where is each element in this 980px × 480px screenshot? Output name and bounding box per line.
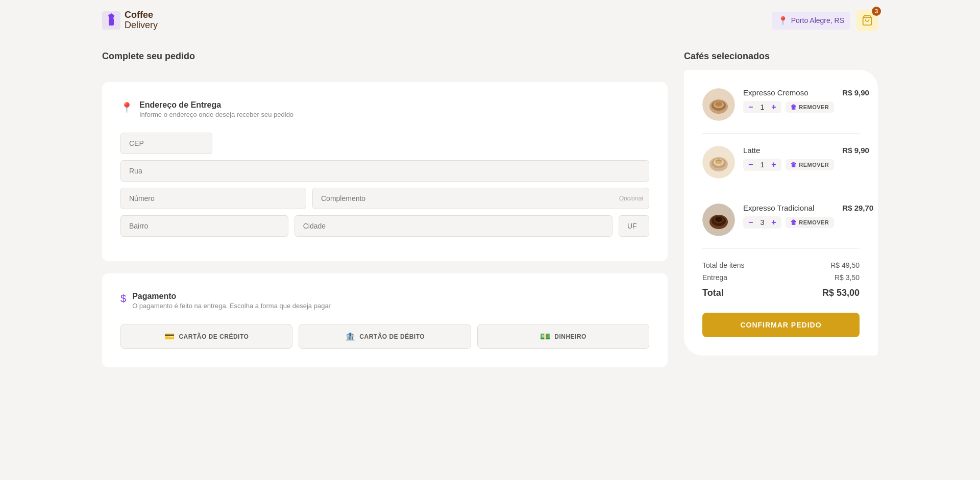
complemento-wrap: Opcional (312, 188, 649, 209)
total-value: R$ 53,00 (822, 288, 860, 298)
logo-icon (102, 11, 120, 30)
left-column: Complete seu pedido 📍 Endereço de Entreg… (102, 51, 668, 367)
coffee-name-3: Expresso Tradicional (743, 204, 834, 212)
svg-rect-1 (109, 18, 114, 26)
payment-title: Pagamento (132, 292, 331, 301)
right-section-title: Cafés selecionados (684, 51, 878, 62)
address-card-header: 📍 Endereço de Entrega Informe o endereço… (120, 100, 649, 118)
order-card: Expresso Cremoso − 1 + 🗑 REMOVER R$ 9, (684, 70, 878, 356)
qty-increase-2[interactable]: + (770, 161, 777, 169)
left-section-title: Complete seu pedido (102, 51, 668, 62)
address-card: 📍 Endereço de Entrega Informe o endereço… (102, 82, 668, 261)
summary-items-row: Total de itens R$ 49,50 (702, 261, 860, 269)
payment-options: 💳 CARTÃO DE CRÉDITO 🏦 CARTÃO DE DÉBITO 💵… (120, 324, 649, 349)
confirm-button[interactable]: CONFIRMAR PEDIDO (702, 313, 860, 337)
coffee-item-2: Latte − 1 + 🗑 REMOVER R$ 9,90 (702, 146, 860, 191)
payment-debit-label: CARTÃO DE DÉBITO (359, 333, 425, 340)
coffee-controls-2: − 1 + 🗑 REMOVER (743, 159, 834, 171)
qty-increase-1[interactable]: + (770, 103, 777, 111)
remove-btn-3[interactable]: 🗑 REMOVER (786, 217, 835, 228)
rua-row (120, 160, 649, 182)
address-header-text: Endereço de Entrega Informe o endereço o… (139, 100, 293, 118)
coffee-controls-3: − 3 + 🗑 REMOVER (743, 216, 834, 229)
logo: Coffee Delivery (102, 10, 158, 31)
remove-btn-1[interactable]: 🗑 REMOVER (786, 102, 835, 113)
logo-coffee: Coffee (125, 10, 158, 20)
cidade-input[interactable] (295, 215, 612, 237)
bairro-cidade-uf-row (120, 215, 649, 237)
numero-complemento-row: Opcional (120, 188, 649, 209)
qty-decrease-3[interactable]: − (747, 218, 754, 226)
right-column: Cafés selecionados Expresso Cremoso − (684, 51, 878, 356)
payment-credit-label: CARTÃO DE CRÉDITO (179, 333, 249, 340)
remove-label-2: REMOVER (799, 162, 829, 168)
qty-value-3: 3 (758, 218, 766, 226)
remove-icon-2: 🗑 (791, 161, 797, 168)
complemento-input[interactable] (312, 188, 649, 209)
rua-input[interactable] (120, 160, 649, 182)
bairro-input[interactable] (120, 215, 288, 237)
payment-icon: $ (120, 293, 126, 305)
coffee-img-3 (702, 204, 735, 236)
total-items-label: Total de itens (702, 261, 745, 269)
coffee-img-1 (702, 88, 735, 121)
payment-subtitle: O pagamento é feito na entrega. Escolha … (132, 302, 331, 310)
header-right: 📍 Porto Alegre, RS 3 (772, 10, 878, 31)
total-items-value: R$ 49,50 (830, 261, 860, 269)
qty-box-3: − 3 + (743, 216, 781, 229)
coffee-name-1: Expresso Cremoso (743, 88, 834, 97)
cash-icon: 💵 (540, 332, 551, 341)
remove-label-1: REMOVER (799, 104, 829, 110)
cart-button[interactable]: 3 (856, 10, 878, 31)
location-text: Porto Alegre, RS (791, 16, 844, 24)
logo-delivery: Delivery (125, 20, 158, 31)
payment-credit-btn[interactable]: 💳 CARTÃO DE CRÉDITO (120, 324, 292, 349)
address-icon: 📍 (120, 102, 133, 114)
svg-point-6 (715, 102, 722, 107)
coffee-controls-1: − 1 + 🗑 REMOVER (743, 101, 834, 113)
address-title: Endereço de Entrega (139, 100, 293, 110)
credit-icon: 💳 (164, 332, 175, 341)
uf-input[interactable] (619, 215, 649, 237)
summary-total-row: Total R$ 53,00 (702, 288, 860, 298)
coffee-name-2: Latte (743, 146, 834, 155)
coffee-img-2 (702, 146, 735, 179)
total-label: Total (702, 288, 724, 298)
coffee-info-1: Expresso Cremoso − 1 + 🗑 REMOVER (743, 88, 834, 113)
payment-cash-btn[interactable]: 💵 DINHEIRO (477, 324, 649, 349)
address-subtitle: Informe o endereço onde deseja receber s… (139, 111, 293, 118)
delivery-label: Entrega (702, 273, 727, 282)
coffee-price-1: R$ 9,90 (842, 88, 869, 97)
coffee-item-1: Expresso Cremoso − 1 + 🗑 REMOVER R$ 9, (702, 88, 860, 134)
payment-card: $ Pagamento O pagamento é feito na entre… (102, 273, 668, 367)
remove-label-3: REMOVER (799, 219, 829, 225)
remove-icon-3: 🗑 (791, 219, 797, 226)
qty-value-2: 1 (758, 161, 766, 169)
cart-icon (862, 15, 873, 26)
order-summary: Total de itens R$ 49,50 Entrega R$ 3,50 … (702, 261, 860, 298)
remove-btn-2[interactable]: 🗑 REMOVER (786, 159, 835, 170)
payment-cash-label: DINHEIRO (554, 333, 586, 340)
cep-input[interactable] (120, 133, 212, 154)
qty-decrease-2[interactable]: − (747, 161, 754, 169)
payment-debit-btn[interactable]: 🏦 CARTÃO DE DÉBITO (299, 324, 471, 349)
coffee-info-3: Expresso Tradicional − 3 + 🗑 REMOVER (743, 204, 834, 229)
qty-decrease-1[interactable]: − (747, 103, 754, 111)
qty-box-1: − 1 + (743, 101, 781, 113)
qty-value-1: 1 (758, 103, 766, 111)
remove-icon-1: 🗑 (791, 104, 797, 111)
debit-icon: 🏦 (345, 332, 356, 341)
delivery-value: R$ 3,50 (835, 273, 860, 282)
payment-card-header: $ Pagamento O pagamento é feito na entre… (120, 292, 649, 310)
location-icon: 📍 (778, 16, 788, 26)
numero-input[interactable] (120, 188, 306, 209)
location-badge: 📍 Porto Alegre, RS (772, 12, 850, 30)
cart-badge: 3 (872, 7, 881, 16)
coffee-price-2: R$ 9,90 (842, 146, 869, 155)
summary-delivery-row: Entrega R$ 3,50 (702, 273, 860, 282)
coffee-price-3: R$ 29,70 (842, 204, 873, 212)
coffee-item-3: Expresso Tradicional − 3 + 🗑 REMOVER R (702, 204, 860, 249)
svg-point-16 (715, 217, 722, 222)
qty-increase-3[interactable]: + (770, 218, 777, 226)
coffee-info-2: Latte − 1 + 🗑 REMOVER (743, 146, 834, 171)
